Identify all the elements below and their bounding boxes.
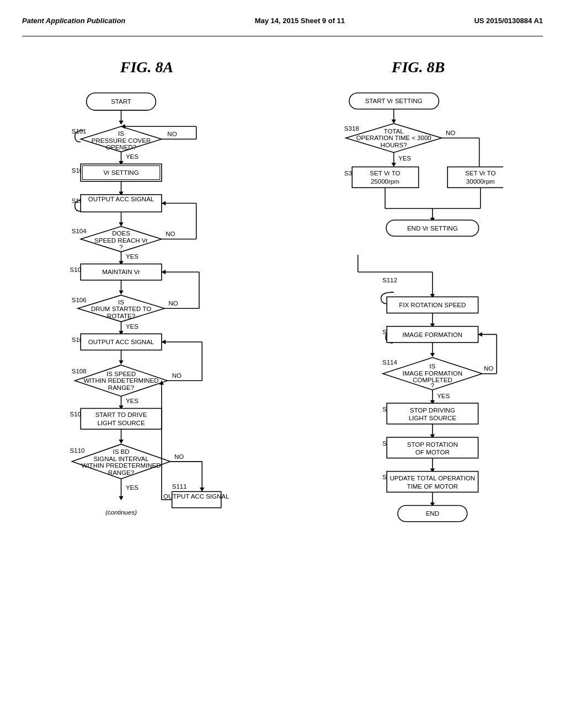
d108-line1: IS SPEED: [106, 371, 136, 377]
start-drive-line1: START TO DRIVE: [95, 411, 147, 418]
d110-line3: WITHIN PREDETERMINED: [82, 462, 161, 469]
d101-line1: IS: [118, 130, 124, 137]
s106-label: S106: [72, 297, 87, 303]
d318-line3: HOURS?: [381, 142, 407, 148]
s114-label: S114: [382, 359, 397, 366]
svg-marker-2: [119, 121, 123, 125]
output-acc2-label: OUTPUT ACC SIGNAL: [88, 339, 154, 345]
s104-label: S104: [72, 228, 87, 234]
d101-line3: OPENED?: [106, 144, 136, 151]
fig8a-title: FIG. 8A: [22, 58, 271, 76]
s111-label: S111: [172, 483, 187, 490]
stop-light-line1: STOP DRIVING: [410, 407, 455, 414]
no-318: NO: [446, 130, 455, 136]
update-total-line1: UPDATE TOTAL OPERATION: [390, 475, 475, 481]
set-30000-line2: 30000rpm: [466, 178, 495, 185]
s318-label: S318: [344, 125, 359, 132]
fix-rotation-label: FIX ROTATION SPEED: [399, 302, 466, 308]
d104-line2: SPEED REACH Vr: [94, 237, 148, 244]
fig8a-diagram: FIG. 8A START S101 IS PRESSURE COVER OPE…: [22, 58, 271, 696]
yes-104: YES: [126, 253, 138, 260]
header-date-sheet: May 14, 2015 Sheet 9 of 11: [255, 17, 345, 25]
start-label: START: [111, 98, 131, 105]
diagrams-container: FIG. 8A START S101 IS PRESSURE COVER OPE…: [22, 53, 543, 696]
d110-line1: IS BD: [113, 448, 129, 455]
d318-line1: TOTAL: [384, 128, 404, 135]
d114-line2: IMAGE FORMATION: [403, 370, 463, 377]
d106-line2: DRUM STARTED TO: [91, 306, 151, 312]
end-vr-label: END Vr SETTING: [407, 225, 458, 232]
svg-marker-51: [200, 488, 204, 491]
svg-marker-88: [478, 332, 482, 336]
svg-marker-31: [162, 270, 166, 274]
page: Patent Application Publication May 14, 2…: [0, 0, 565, 728]
header-publication: Patent Application Publication: [22, 17, 125, 25]
image-formation-label: IMAGE FORMATION: [403, 331, 463, 338]
d104-line1: DOES: [112, 230, 130, 237]
header-patent-number: US 2015/0130884 A1: [474, 17, 543, 25]
svg-marker-56: [119, 496, 123, 500]
continues: (continues): [105, 509, 137, 516]
d106-line1: IS: [118, 299, 124, 306]
d110-line2: SIGNAL INTERVAL: [93, 456, 149, 462]
svg-marker-21: [162, 201, 166, 205]
d101-line2: PRESSURE COVER: [92, 137, 151, 144]
d104-line3: ?: [119, 244, 122, 250]
stop-rotation-line1: STOP ROTATION: [407, 441, 458, 448]
start-vr-label: START Vr SETTING: [365, 98, 423, 104]
yes-108: YES: [126, 398, 138, 404]
no-114: NO: [484, 365, 493, 372]
output-acc3-line1: OUTPUT ACC SIGNAL: [163, 493, 230, 500]
svg-marker-59: [391, 120, 396, 124]
yes-114: YES: [437, 393, 450, 399]
d110-line4: RANGE?: [108, 469, 134, 476]
svg-marker-16: [119, 222, 123, 226]
no-101: NO: [167, 131, 177, 137]
yes-318: YES: [398, 155, 411, 162]
d106-line3: ROTATE?: [107, 313, 135, 319]
no-104: NO: [166, 231, 175, 237]
d318-line2: OPERATION TIME < 3000: [356, 135, 431, 141]
no-110: NO: [174, 453, 184, 460]
set-25000-line2: 25000rpm: [371, 178, 399, 185]
s110-label: S110: [70, 447, 85, 454]
fig8b-diagram: FIG. 8B START Vr SETTING S318 TOTAL OPER…: [294, 58, 543, 696]
yes-106: YES: [126, 323, 138, 330]
svg-marker-65: [391, 163, 396, 167]
yes-101: YES: [126, 153, 138, 160]
svg-marker-26: [119, 291, 123, 295]
fig8a-svg: START S101 IS PRESSURE COVER OPENED? NO: [22, 87, 232, 694]
svg-marker-46: [119, 440, 123, 443]
d114-line4: ?: [431, 382, 434, 389]
svg-marker-41: [162, 340, 166, 344]
svg-marker-83: [430, 353, 435, 357]
d114-line1: IS: [429, 363, 435, 370]
s108-label: S108: [72, 368, 87, 374]
stop-rotation-line2: OF MOTOR: [415, 449, 450, 456]
fig8b-svg: START Vr SETTING S318 TOTAL OPERATION TI…: [294, 87, 503, 694]
page-header: Patent Application Publication May 14, 2…: [22, 11, 543, 36]
svg-marker-36: [119, 361, 123, 365]
end-label: END: [426, 510, 439, 517]
stop-light-line2: LIGHT SOURCE: [409, 415, 456, 421]
s112-label: S112: [382, 277, 397, 283]
d108-line2: WITHIN REDETERMINED: [83, 377, 158, 384]
start-drive-line2: LIGHT SOURCE: [97, 420, 145, 426]
no-106: NO: [168, 300, 178, 307]
yes-110: YES: [126, 484, 138, 491]
maintain-vr-label: MAINTAIN Vr: [102, 269, 140, 275]
output-acc1-line1: OUTPUT ACC SIGNAL: [88, 196, 154, 202]
d108-line3: RANGE?: [108, 384, 134, 391]
set-30000-line1: SET Vr TO: [465, 170, 495, 176]
no-108: NO: [172, 372, 182, 379]
set-25000-line1: SET Vr TO: [370, 170, 400, 176]
fig8b-title: FIG. 8B: [294, 58, 543, 76]
update-total-line2: TIME OF MOTOR: [407, 483, 459, 490]
vr-setting-label: Vr SETTING: [103, 169, 138, 176]
